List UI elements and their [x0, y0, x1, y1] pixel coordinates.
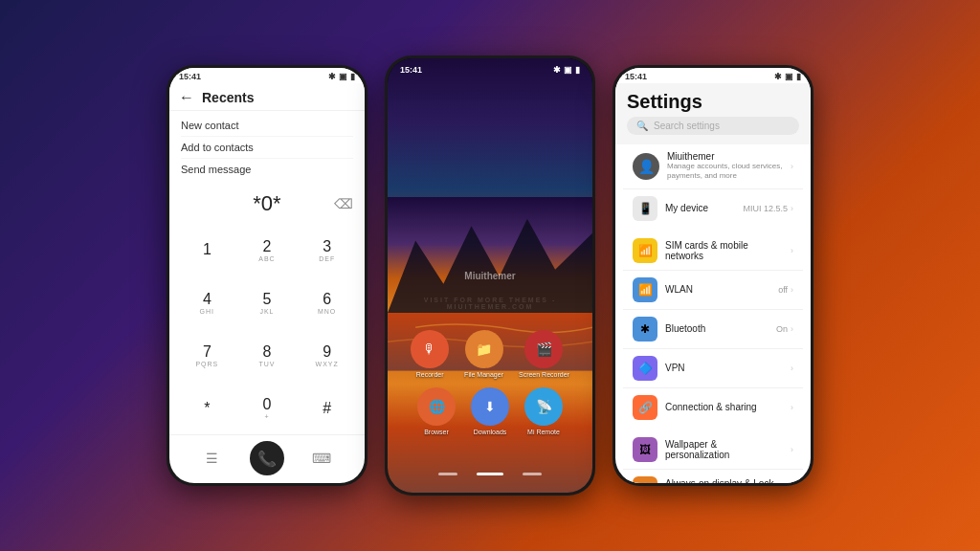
sim-icon: 📶 — [633, 238, 657, 263]
send-message-item[interactable]: Send message — [181, 159, 353, 180]
app-screen-recorder[interactable]: 🎬 Screen Recorder — [519, 330, 569, 378]
key-8[interactable]: 8TUV — [237, 329, 298, 382]
phone-settings: 15:41 ✱ ▣ ▮ Settings 🔍 Search settings 👤 — [612, 65, 813, 486]
settings-mydevice-item[interactable]: 📱 My device MIUI 12.5.5 › — [623, 189, 803, 228]
connection-info: Connection & sharing — [665, 402, 783, 412]
my-device-icon: 📱 — [633, 196, 657, 221]
key-4[interactable]: 4GHI — [177, 276, 237, 329]
key-star[interactable]: * — [177, 382, 237, 434]
wallpaper-icon: 🖼 — [633, 437, 657, 462]
lockscreen-icon: 🔒 — [633, 476, 657, 483]
settings-wallpaper-item[interactable]: 🖼 Wallpaper & personalization › — [623, 430, 803, 470]
keypad-toggle-button[interactable]: ⌨ — [304, 441, 339, 475]
settings-bluetooth-item[interactable]: ✱ Bluetooth On › — [623, 310, 803, 349]
user-subtitle: Manage accounts, cloud services, payment… — [667, 162, 783, 182]
key-3[interactable]: 3DEF — [297, 224, 357, 276]
file-manager-icon: 📁 — [465, 330, 503, 368]
app-mi-remote[interactable]: 📡 Mi Remote — [524, 387, 563, 435]
dial-number: *0* — [253, 191, 280, 216]
recents-title: Recents — [202, 90, 254, 105]
recorder-icon: 🎙 — [411, 330, 449, 368]
bluetooth-info: Bluetooth — [665, 323, 768, 334]
time-3: 15:41 — [625, 72, 647, 81]
app-browser[interactable]: 🌐 Browser — [417, 387, 456, 435]
nav-dot-1[interactable] — [438, 473, 457, 475]
dialer-display: *0* ⌫ — [169, 184, 365, 224]
settings-connection-item[interactable]: 🔗 Connection & sharing › — [623, 388, 803, 427]
status-icons-1: ✱ ▣ ▮ — [328, 72, 355, 81]
key-0[interactable]: 0+ — [237, 382, 298, 434]
downloads-label: Downloads — [474, 429, 507, 435]
signal-icon-3: ▣ — [785, 72, 793, 81]
settings-wlan-item[interactable]: 📶 WLAN off › — [623, 271, 803, 310]
call-button[interactable]: 📞 — [250, 441, 284, 475]
connection-title: Connection & sharing — [665, 402, 783, 412]
status-bar-2: 15:41 ✱ ▣ ▮ — [390, 61, 590, 77]
settings-title: Settings — [627, 89, 799, 117]
user-info: Miuithemer Manage accounts, cloud servic… — [667, 151, 783, 182]
home-navbar — [388, 464, 592, 483]
vpn-icon: 🔷 — [633, 356, 657, 381]
my-device-label: My device — [665, 203, 735, 213]
search-icon: 🔍 — [636, 121, 648, 131]
bluetooth-icon-3: ✱ — [774, 72, 782, 81]
key-6[interactable]: 6MNO — [297, 276, 357, 329]
battery-icon-1: ▮ — [350, 72, 355, 81]
battery-icon-3: ▮ — [796, 72, 801, 81]
settings-sim-item[interactable]: 📶 SIM cards & mobile networks › — [623, 231, 803, 271]
dialer-header: ← Recents — [169, 83, 365, 111]
settings-user-item[interactable]: 👤 Miuithemer Manage accounts, cloud serv… — [623, 144, 803, 189]
backspace-icon[interactable]: ⌫ — [334, 196, 353, 211]
settings-vpn-item[interactable]: 🔷 VPN › — [623, 349, 803, 388]
app-recorder[interactable]: 🎙 Recorder — [411, 330, 449, 378]
settings-header: Settings 🔍 Search settings — [615, 83, 811, 144]
settings-list: 👤 Miuithemer Manage accounts, cloud serv… — [615, 144, 811, 483]
bluetooth-icon-2: ✱ — [553, 65, 561, 75]
time-1: 15:41 — [179, 72, 201, 81]
mi-remote-icon: 📡 — [524, 387, 563, 426]
nav-dot-3[interactable] — [523, 473, 542, 475]
status-icons-3: ✱ ▣ ▮ — [774, 72, 801, 81]
bluetooth-settings-icon: ✱ — [633, 317, 657, 342]
wallpaper-info: Wallpaper & personalization — [665, 439, 783, 460]
my-device-value: MIUI 12.5.5 › — [743, 204, 793, 213]
browser-icon: 🌐 — [417, 387, 456, 426]
key-5[interactable]: 5JKL — [237, 276, 298, 329]
menu-button[interactable]: ☰ — [195, 441, 230, 475]
key-2[interactable]: 2ABC — [237, 224, 298, 276]
vpn-chevron: › — [791, 364, 793, 373]
app-row-1: 🎙 Recorder 📁 File Manager 🎬 Screen Recor… — [388, 330, 592, 378]
user-chevron: › — [791, 162, 793, 171]
mi-remote-label: Mi Remote — [527, 429, 560, 435]
wallpaper-title: Wallpaper & personalization — [665, 439, 783, 460]
connection-chevron: › — [791, 403, 793, 412]
key-hash[interactable]: # — [297, 382, 357, 434]
settings-search-bar[interactable]: 🔍 Search settings — [627, 117, 799, 135]
recorder-label: Recorder — [416, 371, 444, 378]
sim-info: SIM cards & mobile networks — [665, 240, 783, 261]
wlan-title: WLAN — [665, 284, 770, 295]
context-menu: New contact Add to contacts Send message — [169, 111, 365, 184]
back-arrow[interactable]: ← — [179, 89, 194, 106]
phone-dialer: 15:41 ✱ ▣ ▮ ← Recents New contact Add to… — [167, 65, 368, 486]
app-row-2: 🌐 Browser ⬇ Downloads 📡 Mi Remote — [388, 387, 592, 435]
add-to-contacts-item[interactable]: Add to contacts — [181, 137, 353, 159]
key-7[interactable]: 7PQRS — [177, 329, 237, 382]
status-icons-2: ✱ ▣ ▮ — [553, 65, 580, 75]
wlan-info: WLAN — [665, 284, 770, 295]
dialer-bottom: ☰ 📞 ⌨ — [169, 434, 365, 483]
my-device-info: My device — [665, 203, 735, 213]
settings-lockscreen-item[interactable]: 🔒 Always-on display & Lock screen › — [623, 470, 803, 483]
nav-dot-2-active[interactable] — [477, 473, 503, 475]
key-9[interactable]: 9WXYZ — [297, 329, 357, 382]
app-file-manager[interactable]: 📁 File Manager — [464, 330, 503, 378]
bluetooth-status: On › — [776, 324, 793, 334]
bluetooth-title: Bluetooth — [665, 323, 768, 334]
settings-network-section: 📶 SIM cards & mobile networks › 📶 WLAN o… — [623, 231, 803, 427]
app-downloads[interactable]: ⬇ Downloads — [471, 387, 509, 435]
new-contact-item[interactable]: New contact — [181, 115, 353, 137]
user-avatar: 👤 — [633, 153, 659, 180]
key-1[interactable]: 1 — [177, 224, 237, 276]
sim-title: SIM cards & mobile networks — [665, 240, 783, 261]
wlan-icon: 📶 — [633, 277, 657, 302]
